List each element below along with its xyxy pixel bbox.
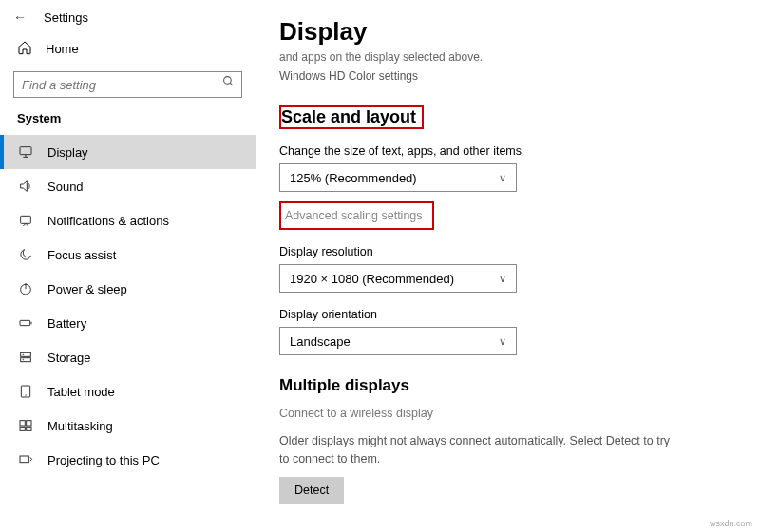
main-heading: Display	[279, 17, 733, 47]
nav-sound[interactable]: Sound	[0, 169, 256, 203]
advanced-scaling-link[interactable]: Advanced scaling settings	[285, 209, 423, 222]
moon-icon	[17, 247, 34, 262]
home-icon	[17, 40, 32, 58]
svg-point-0	[224, 76, 232, 84]
orientation-dropdown[interactable]: Landscape ∨	[279, 327, 517, 355]
scale-dropdown[interactable]: 125% (Recommended) ∨	[279, 163, 517, 192]
tablet-icon	[17, 384, 34, 399]
nav-battery[interactable]: Battery	[0, 306, 256, 340]
notifications-icon	[17, 213, 34, 228]
nav-label: Power & sleep	[48, 282, 127, 296]
highlight-scale-heading: Scale and layout	[279, 105, 424, 129]
nav-label: Display	[48, 145, 88, 160]
chevron-down-icon: ∨	[499, 273, 506, 285]
resolution-label: Display resolution	[279, 245, 733, 258]
svg-rect-16	[20, 421, 25, 426]
nav-label: Multitasking	[48, 419, 113, 433]
nav-label: Battery	[48, 316, 86, 331]
nav-notifications[interactable]: Notifications & actions	[0, 203, 256, 238]
orientation-value: Landscape	[290, 334, 351, 349]
multiple-displays-heading: Multiple displays	[279, 376, 733, 395]
nav-display[interactable]: Display	[0, 135, 256, 169]
nav-label: Sound	[48, 180, 84, 194]
main-content: Display and apps on the display selected…	[256, 0, 760, 532]
nav-label: Focus assist	[48, 248, 116, 262]
wireless-display-link[interactable]: Connect to a wireless display	[279, 405, 678, 423]
older-displays-text: Older displays might not always connect …	[279, 432, 678, 468]
search-input[interactable]	[13, 71, 242, 98]
nav-focus-assist[interactable]: Focus assist	[0, 238, 256, 272]
orientation-label: Display orientation	[279, 308, 733, 321]
scale-value: 125% (Recommended)	[290, 171, 417, 185]
watermark: wsxdn.com	[710, 519, 752, 528]
storage-icon	[17, 350, 34, 365]
sound-icon	[17, 179, 34, 194]
group-label: System	[0, 107, 256, 135]
chevron-down-icon: ∨	[499, 335, 506, 348]
sidebar: ← Settings Home System Display Sound N	[0, 0, 256, 532]
back-icon[interactable]: ←	[13, 10, 27, 25]
svg-rect-8	[20, 320, 30, 325]
detect-button[interactable]: Detect	[279, 477, 344, 504]
projecting-icon	[17, 452, 34, 467]
display-icon	[17, 144, 34, 160]
battery-icon	[17, 315, 34, 331]
nav-label: Storage	[48, 351, 91, 365]
search-wrap	[0, 67, 256, 107]
home-nav[interactable]: Home	[0, 30, 256, 67]
resolution-value: 1920 × 1080 (Recommended)	[290, 272, 454, 286]
nav-label: Tablet mode	[48, 385, 115, 399]
svg-rect-18	[20, 427, 25, 430]
svg-rect-10	[21, 352, 31, 356]
multitasking-icon	[17, 418, 34, 433]
svg-rect-5	[21, 216, 31, 223]
home-label: Home	[46, 42, 79, 56]
svg-rect-11	[21, 358, 31, 362]
svg-point-12	[23, 354, 24, 355]
nav-storage[interactable]: Storage	[0, 340, 256, 374]
search-icon	[222, 67, 235, 94]
hd-color-link[interactable]: Windows HD Color settings	[279, 69, 733, 83]
svg-rect-20	[20, 456, 28, 463]
svg-rect-19	[27, 427, 31, 430]
page-title: Settings	[44, 10, 88, 25]
svg-rect-17	[27, 421, 31, 426]
svg-line-1	[230, 83, 233, 86]
cropped-text: and apps on the display selected above.	[279, 50, 733, 64]
nav-multitasking[interactable]: Multitasking	[0, 408, 256, 443]
scale-heading: Scale and layout	[281, 107, 416, 127]
sidebar-header: ← Settings	[0, 0, 256, 30]
scale-label: Change the size of text, apps, and other…	[279, 144, 733, 158]
svg-rect-2	[20, 147, 31, 155]
nav-projecting[interactable]: Projecting to this PC	[0, 443, 256, 477]
settings-window: ← Settings Home System Display Sound N	[0, 0, 760, 532]
highlight-advanced-link: Advanced scaling settings	[279, 201, 434, 230]
chevron-down-icon: ∨	[499, 172, 506, 184]
nav-power[interactable]: Power & sleep	[0, 272, 256, 306]
nav-tablet[interactable]: Tablet mode	[0, 374, 256, 408]
svg-point-13	[23, 359, 24, 360]
nav-label: Projecting to this PC	[48, 453, 160, 467]
nav-label: Notifications & actions	[48, 214, 169, 228]
resolution-dropdown[interactable]: 1920 × 1080 (Recommended) ∨	[279, 264, 517, 293]
power-icon	[17, 281, 34, 296]
